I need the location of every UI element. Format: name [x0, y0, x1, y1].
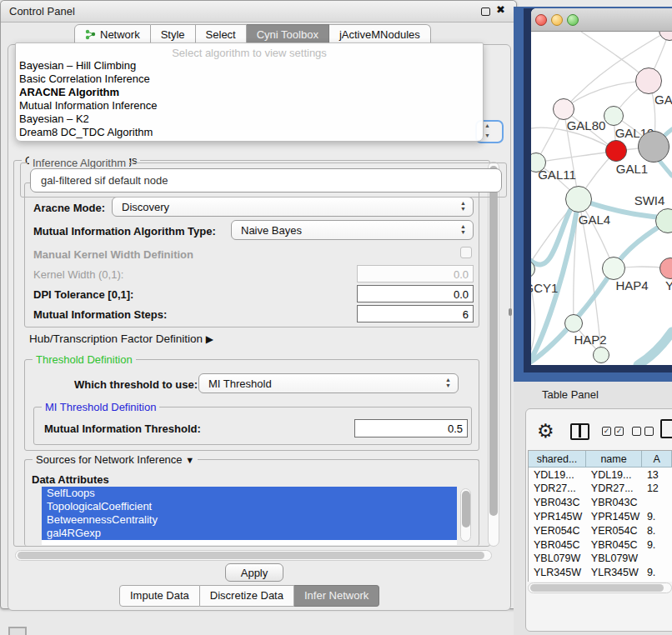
close-traffic-light-icon[interactable] — [535, 14, 547, 26]
tab-label: Impute Data — [130, 589, 189, 602]
tab-impute-data[interactable]: Impute Data — [119, 585, 200, 607]
table-cell: YBL079W — [586, 552, 642, 566]
manual-kernel-checkbox[interactable] — [460, 247, 472, 258]
network-canvas[interactable]: GALGAL80GAL10GAL1GAL11GAL4SWI4GCY1HAP4YH… — [531, 32, 672, 365]
minimize-traffic-light-icon[interactable] — [551, 14, 563, 26]
float-window-icon[interactable] — [481, 8, 490, 16]
hub-definition-toggle[interactable]: Hub/Transcription Factor Definition ▶ — [29, 332, 213, 345]
attribute-list-item[interactable]: BetweennessCentrality — [42, 513, 457, 527]
table-row[interactable]: YDR27...YDR27...12 — [529, 482, 672, 496]
table-row[interactable]: YPR145WYPR145W9. — [529, 509, 672, 523]
attribute-list-item[interactable]: SelfLoops — [42, 487, 457, 500]
combo-arrows-icon: ▲▼ — [445, 377, 451, 388]
table-cell: YPR145W — [586, 509, 642, 523]
network-selector-combo[interactable]: gal-filtered sif default node — [30, 168, 502, 192]
settings-h-scrollbar[interactable] — [15, 550, 492, 561]
sources-title-label: Sources for Network Inference — [36, 453, 183, 466]
combo-arrows-icon: ▲▼ — [460, 200, 466, 212]
bottom-tabs: Impute DataDiscretize DataInfer Network — [119, 585, 379, 607]
table-cell: YBR045C — [529, 538, 586, 552]
select-all-columns-icon[interactable]: ✓✓ — [602, 427, 624, 436]
network-node-hap4[interactable] — [602, 257, 625, 280]
table-cell: 9. — [642, 538, 672, 552]
table-cell: 8. — [642, 523, 672, 538]
mi-type-combo[interactable]: Naive Bayes ▲▼ — [231, 220, 474, 240]
kernel-width-label: Kernel Width (0,1): — [33, 268, 123, 281]
node-label: GAL11 — [538, 168, 576, 182]
network-node-gal4[interactable] — [565, 186, 592, 212]
threshold-definition-title: Threshold Definition — [33, 353, 136, 366]
table-cell: 12 — [642, 482, 672, 496]
which-threshold-combo[interactable]: MI Threshold ▲▼ — [198, 373, 459, 393]
table-row[interactable]: YDL19...YDL19...13 — [529, 468, 672, 482]
table-cell: 9. — [642, 566, 672, 580]
tab-discretize-data[interactable]: Discretize Data — [200, 585, 294, 607]
close-icon[interactable]: ✖ — [496, 3, 505, 16]
network-node[interactable] — [638, 131, 669, 162]
network-window[interactable]: GALGAL80GAL10GAL1GAL11GAL4SWI4GCY1HAP4YH… — [531, 8, 672, 365]
table-cell: YIL052C — [529, 579, 586, 582]
cyni-algorithm-settings-group: Cyni Algorithm Settings Algorithm Defini… — [13, 160, 490, 547]
unselect-all-columns-icon[interactable] — [632, 427, 654, 436]
new-table-icon[interactable] — [660, 419, 672, 438]
manual-kernel-label: Manual Kernel Width Definition — [33, 248, 193, 261]
network-node-gal10[interactable] — [604, 106, 624, 126]
network-node-hap2[interactable] — [564, 314, 583, 332]
attributes-scrollbar[interactable] — [460, 488, 471, 542]
show-columns-icon[interactable] — [570, 423, 589, 440]
dpi-tolerance-input[interactable]: 0.0 — [357, 285, 474, 302]
table-h-scrollbar[interactable] — [528, 582, 672, 593]
node-label: HAP4 — [615, 278, 648, 292]
table-row[interactable]: YBR043CYBR043C — [529, 496, 672, 510]
table-row[interactable]: YBL079WYBL079W — [529, 552, 672, 566]
mi-steps-input[interactable]: 6 — [357, 305, 474, 322]
dropdown-item[interactable]: Basic Correlation Inference — [16, 72, 483, 86]
sources-title[interactable]: Sources for Network Inference ▼ — [33, 453, 198, 466]
table-column-header[interactable]: shared... — [529, 451, 586, 468]
aracne-mode-combo[interactable]: Discovery ▲▼ — [112, 197, 474, 217]
tab-label: Cyni Toolbox — [257, 28, 318, 41]
attribute-list-item[interactable]: TopologicalCoefficient — [42, 500, 457, 513]
table-cell: YIL052C — [586, 579, 642, 582]
network-node-gal1[interactable] — [605, 140, 627, 162]
table-cell: YER054C — [529, 523, 586, 538]
apply-button[interactable]: Apply — [225, 563, 283, 582]
aracne-mode-label: Aracne Mode: — [33, 202, 105, 214]
network-node[interactable] — [593, 347, 609, 363]
data-attributes-list[interactable]: SelfLoopsTopologicalCoefficientBetweenne… — [42, 487, 457, 545]
node-table[interactable]: shared...nameAYDL19...YDL19...13YDR27...… — [528, 450, 672, 582]
dropdown-item[interactable]: Bayesian – K2 — [16, 112, 483, 126]
combo-arrows-icon: ▲▼ — [460, 223, 466, 235]
dropdown-item[interactable]: ARACNE Algorithm — [16, 86, 483, 99]
zoom-traffic-light-icon[interactable] — [567, 14, 579, 26]
dropdown-item[interactable]: Bayesian – Hill Climbing — [16, 59, 483, 72]
table-cell: YBL079W — [529, 552, 586, 566]
mi-threshold-input[interactable]: 0.5 — [354, 419, 468, 438]
settings-scrollbar[interactable] — [488, 162, 499, 547]
tab-infer-network[interactable]: Infer Network — [294, 585, 379, 607]
table-column-header[interactable]: A — [642, 451, 672, 468]
dropdown-item[interactable]: Dream8 DC_TDC Algorithm — [16, 126, 483, 139]
dropdown-placeholder: Select algorithm to view settings — [16, 43, 483, 59]
dropdown-item[interactable]: Mutual Information Inference — [16, 99, 483, 112]
table-cell — [642, 496, 672, 510]
table-column-header[interactable]: name — [586, 451, 642, 468]
table-cell: YLR345W — [586, 566, 642, 580]
table-row[interactable]: YBR045CYBR045C9. — [529, 538, 672, 552]
node-label: GAL — [654, 92, 672, 107]
table-cell: YBR043C — [529, 496, 586, 510]
network-node-gal80[interactable] — [553, 98, 574, 120]
table-cell: YDL19... — [586, 468, 642, 482]
network-window-titlebar[interactable] — [531, 8, 672, 32]
collapsed-panel-icon[interactable] — [8, 627, 27, 635]
table-row[interactable]: YIL052CYIL052C9 — [529, 579, 672, 582]
attribute-list-item[interactable]: gal4RGexp — [42, 527, 457, 540]
tab-label: Select — [206, 28, 236, 41]
network-node-gal[interactable] — [635, 68, 662, 94]
table-row[interactable]: YLR345WYLR345W9. — [529, 566, 672, 580]
table-cell: YDR27... — [586, 482, 642, 496]
table-row[interactable]: YER054CYER054C8. — [529, 523, 672, 538]
table-settings-gear-icon[interactable]: ⚙ — [537, 420, 554, 442]
control-panel-titlebar[interactable]: Control Panel ✖ — [1, 1, 516, 22]
panel-splitter-handle[interactable] — [509, 308, 512, 316]
